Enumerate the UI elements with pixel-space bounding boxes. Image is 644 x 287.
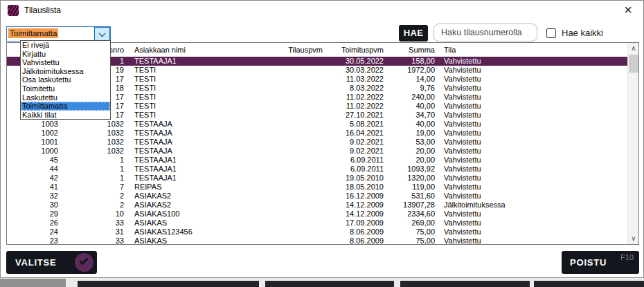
cell-tila: Vahvistettu <box>437 93 627 102</box>
cell-summa: 20,00 <box>384 147 437 156</box>
dropdown-item[interactable]: Osa laskutettu <box>21 75 110 84</box>
column-header-asiakkaan-nimi[interactable]: Asiakkaan nimi <box>126 46 285 54</box>
scroll-up-icon[interactable]: ∧ <box>628 43 639 54</box>
cell-asiakkaan-nimi: TESTAAJA <box>126 138 285 147</box>
cell-tila: Vahvistettu <box>437 192 627 201</box>
table-row[interactable]: 10031032TESTAAJA5.08.202140,00Vahvistett… <box>7 120 627 129</box>
background-window-strip <box>400 281 530 287</box>
cell-tila: Vahvistettu <box>437 147 627 156</box>
check-circle-icon <box>75 253 93 272</box>
cell-tilauspvm <box>285 201 323 210</box>
close-icon[interactable]: × <box>620 2 636 17</box>
select-button-label: VALITSE <box>15 251 57 274</box>
cell-toimituspvm: 11.02.2022 <box>323 93 384 102</box>
table-row[interactable]: 421TESTAAJA119.05.20101320,00Vahvistettu <box>7 174 627 183</box>
cell-tilausnro: 26 <box>7 219 60 228</box>
cell-summa: 1093,92 <box>384 165 437 174</box>
select-button[interactable]: VALITSE <box>6 251 97 274</box>
cell-toimituspvm: 19.05.2010 <box>323 174 384 183</box>
dropdown-item[interactable]: Toimittamatta <box>21 102 110 111</box>
table-row[interactable]: 10021032TESTAAJA16.04.202119,00Vahvistet… <box>7 129 627 138</box>
cell-asiakkaan-nimi: TESTI <box>126 75 285 84</box>
cell-asiakasnro: 33 <box>60 237 126 244</box>
table-row[interactable]: 451TESTAAJA16.09.201120,00Vahvistettu <box>7 156 627 165</box>
cell-toimituspvm: 11.02.2022 <box>323 102 384 111</box>
cell-tilauspvm <box>285 93 323 102</box>
table-row[interactable]: 10001032TESTAAJA9.02.202120,00Vahvistett… <box>7 147 627 156</box>
cell-tilauspvm <box>285 129 323 138</box>
column-header-tilauspvm[interactable]: Tilauspvm <box>285 46 323 54</box>
vertical-scrollbar[interactable]: ∧ ∨ <box>627 43 638 244</box>
combobox-dropdown-button[interactable] <box>94 27 110 41</box>
cell-summa: 53,00 <box>384 138 437 147</box>
dropdown-item[interactable]: Ei rivejä <box>21 41 110 50</box>
cell-tilauspvm <box>285 183 323 192</box>
table-row[interactable]: 2633ASIAKAS17.09.2009269,00Vahvistettu <box>7 219 627 228</box>
cell-tilausnro: 1001 <box>7 138 60 147</box>
cell-tila: Vahvistettu <box>437 183 627 192</box>
titlebar: Tilauslista × <box>1 1 643 20</box>
cell-tila: Jälkitoimituksessa <box>437 201 627 210</box>
cell-asiakasnro: 2 <box>60 201 126 210</box>
cell-tilausnro: 44 <box>7 165 60 174</box>
cell-tila: Vahvistettu <box>437 75 627 84</box>
cell-toimituspvm: 17.09.2009 <box>323 219 384 228</box>
dropdown-item[interactable]: Kaikki tilat <box>21 111 110 120</box>
table-row[interactable]: 2910ASIAKAS10014.12.20092334,60Vahvistet… <box>7 210 627 219</box>
cell-tila: Vahvistettu <box>437 156 627 165</box>
status-dropdown: Ei rivejäKirjattuVahvistettuJälkitoimitu… <box>20 40 111 120</box>
cell-tilauspvm <box>285 219 323 228</box>
cell-tilauspvm <box>285 237 323 244</box>
background-window-strip <box>265 281 394 287</box>
cell-asiakkaan-nimi: ASIAKAS <box>126 237 285 244</box>
cell-tilausnro: 41 <box>7 183 60 192</box>
cell-tila: Vahvistettu <box>437 165 627 174</box>
column-header-tila[interactable]: Tila <box>437 46 627 54</box>
cell-tilausnro: 45 <box>7 156 60 165</box>
scrollbar-thumb[interactable] <box>629 55 638 73</box>
dropdown-item[interactable]: Kirjattu <box>21 50 110 59</box>
cell-tilausnro: 30 <box>7 201 60 210</box>
cell-asiakkaan-nimi: TESTI <box>126 111 285 120</box>
search-all-checkbox[interactable] <box>546 28 556 38</box>
column-header-summa[interactable]: Summa <box>384 46 437 54</box>
cell-asiakasnro: 2 <box>60 192 126 201</box>
background-window-strip <box>78 281 259 287</box>
cell-asiakasnro: 1032 <box>60 138 126 147</box>
table-row[interactable]: 2431ASIAKAS1234568.06.200975,00Vahvistet… <box>7 228 627 237</box>
cell-tilausnro: 1002 <box>7 129 60 138</box>
order-number-search-input[interactable] <box>433 24 537 41</box>
table-row[interactable]: 417REIPAS18.05.2010119,00Vahvistettu <box>7 183 627 192</box>
exit-button[interactable]: POISTU F10 <box>562 251 639 274</box>
dropdown-item[interactable]: Jälkitoimituksessa <box>21 67 110 76</box>
cell-toimituspvm: 27.10.2021 <box>323 111 384 120</box>
scroll-down-icon[interactable]: ∨ <box>628 233 639 244</box>
cell-summa: 1972,00 <box>384 66 437 75</box>
status-filter-value: Toimittamatta <box>8 28 58 38</box>
cell-tila: Vahvistettu <box>437 102 627 111</box>
table-row[interactable]: 322ASIAKAS216.12.2009531,60Vahvistettu <box>7 192 627 201</box>
cell-summa: 19,00 <box>384 129 437 138</box>
column-header-toimituspvm[interactable]: Toimituspvm <box>323 46 384 54</box>
cell-tilausnro: 24 <box>7 228 60 237</box>
dropdown-item[interactable]: Toimitettu <box>21 84 110 93</box>
cell-toimituspvm: 14.12.2009 <box>323 210 384 219</box>
cell-asiakasnro: 1 <box>60 174 126 183</box>
cell-asiakkaan-nimi: TESTI <box>126 66 285 75</box>
cell-toimituspvm: 9.02.2021 <box>323 147 384 156</box>
status-filter-combobox[interactable]: Toimittamatta <box>6 26 111 41</box>
cell-asiakkaan-nimi: TESTAAJA1 <box>126 156 285 165</box>
table-row[interactable]: 10011032TESTAAJA9.02.202153,00Vahvistett… <box>7 138 627 147</box>
table-row[interactable]: 2333ASIAKAS8.06.200975,00Vahvistettu <box>7 237 627 244</box>
table-row[interactable]: 441TESTAAJA16.09.20111093,92Vahvistettu <box>7 165 627 174</box>
dropdown-item[interactable]: Vahvistettu <box>21 58 110 67</box>
dropdown-item[interactable]: Laskutettu <box>21 93 110 102</box>
cell-summa: 34,70 <box>384 111 437 120</box>
table-row[interactable]: 302ASIAKAS214.12.200913907,28Jälkitoimit… <box>7 201 627 210</box>
cell-asiakasnro: 1 <box>60 165 126 174</box>
cell-summa: 9,76 <box>384 84 437 93</box>
search-button[interactable]: HAE <box>399 25 428 41</box>
exit-shortcut-label: F10 <box>620 253 634 261</box>
cell-summa: 75,00 <box>384 237 437 244</box>
cell-toimituspvm: 8.06.2009 <box>323 228 384 237</box>
